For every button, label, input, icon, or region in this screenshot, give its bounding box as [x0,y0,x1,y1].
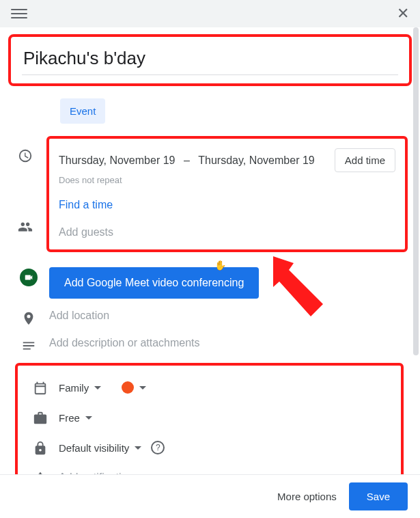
menu-icon[interactable] [11,5,27,22]
footer: More options Save [0,474,420,518]
scrollbar[interactable] [413,27,419,355]
recurrence-text[interactable]: Does not repeat [59,175,395,185]
calendar-icon [22,379,59,396]
visibility-select[interactable]: Default visibility ? [59,441,397,454]
meet-row: Add Google Meet video conferencing [8,262,412,304]
tab-event[interactable]: Event [60,98,105,124]
chevron-down-icon [85,416,92,420]
date-separator: – [184,154,190,166]
title-highlight-box [8,34,412,86]
chevron-down-icon [139,386,146,390]
add-time-button[interactable]: Add time [335,148,395,172]
close-icon[interactable]: ✕ [397,6,409,21]
meet-icon [20,269,38,286]
location-input[interactable]: Add location [49,310,412,322]
description-icon [8,337,49,353]
add-guests-input[interactable]: Add guests [59,226,395,238]
calendar-name: Family [59,382,89,394]
location-row: Add location [8,304,412,331]
save-button[interactable]: Save [349,482,408,510]
availability-select[interactable]: Free [59,412,397,424]
location-icon [8,310,49,326]
briefcase-icon [22,409,59,426]
lock-icon [22,439,59,456]
visibility-label: Default visibility [59,442,129,454]
chevron-down-icon [94,386,101,390]
tab-row: Event [8,98,412,124]
calendar-color-dot[interactable] [122,381,134,394]
calendar-select[interactable]: Family [59,381,397,394]
help-icon[interactable]: ? [151,441,165,454]
people-icon [18,219,33,237]
more-options-button[interactable]: More options [277,491,337,502]
description-input[interactable]: Add description or attachments [49,337,412,349]
description-row: Add description or attachments [8,331,412,359]
availability-label: Free [59,412,80,424]
topbar: ✕ [0,0,420,27]
title-input[interactable] [22,44,398,75]
end-date[interactable]: Thursday, November 19 [198,154,314,166]
chevron-down-icon [135,446,141,450]
start-date[interactable]: Thursday, November 19 [59,154,175,166]
clock-icon [18,148,33,166]
datetime-highlight-box: Thursday, November 19 – Thursday, Novemb… [46,136,408,252]
add-meet-button[interactable]: Add Google Meet video conferencing [49,267,259,299]
event-editor-panel: Event Thursday, November 19 – Thursday, … [0,27,420,505]
find-time-link[interactable]: Find a time [59,199,395,211]
